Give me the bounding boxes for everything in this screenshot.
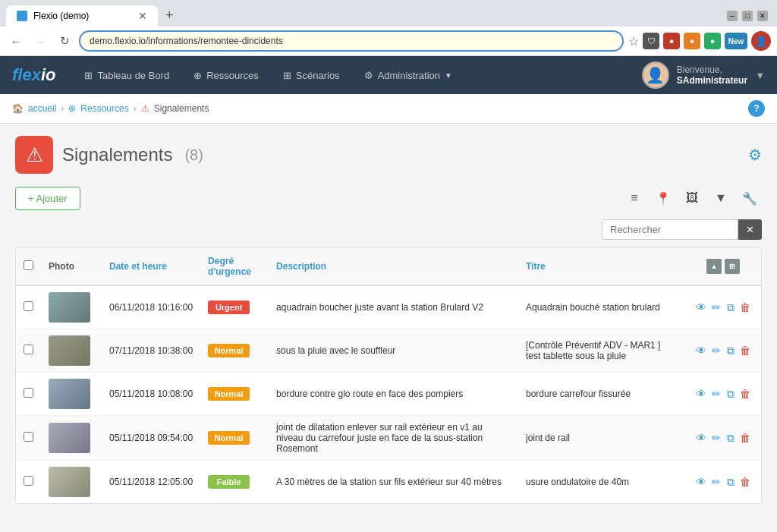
col-urgence[interactable]: Degré d'urgence [200,248,269,285]
user-area: 👤 Bienvenue, SAdministrateur ▼ [642,61,765,89]
row-checkbox-cell[interactable] [16,329,41,373]
copy-icon[interactable]: ⧉ [727,476,735,489]
sort-asc-icon[interactable]: ▲ [706,259,722,274]
extension-icon-2[interactable]: ● [684,33,700,49]
new-tab-button[interactable]: + [158,5,181,27]
nav-scenarios[interactable]: ⊞ Scénarios [272,64,351,87]
nav-admin-label: Administration [378,70,440,81]
list-view-icon[interactable]: ≡ [622,186,646,210]
delete-icon[interactable]: 🗑 [740,301,750,313]
urgence-cell: Normal [200,373,269,416]
breadcrumb-ressources[interactable]: Ressources [80,103,128,114]
tools-icon[interactable]: 🔧 [738,186,762,210]
photo-cell [41,373,102,416]
warning-icon-box: ⚠ [15,136,53,174]
edit-icon[interactable]: ✏ [712,388,721,400]
minimize-button[interactable]: ─ [727,11,738,21]
avatar: 👤 [642,61,669,89]
copy-icon[interactable]: ⧉ [727,345,735,357]
row-checkbox-cell[interactable] [16,416,41,461]
user-dropdown-icon[interactable]: ▼ [755,70,765,81]
tab-close-icon[interactable]: ✕ [138,10,147,22]
delete-icon[interactable]: 🗑 [740,388,750,400]
page-count: (8) [184,146,203,164]
date-cell: 06/11/2018 10:16:00 [102,285,200,329]
view-icon[interactable]: 👁 [696,388,706,400]
row-checkbox-cell[interactable] [16,461,41,504]
copy-icon[interactable]: ⧉ [727,301,735,314]
browser-tab[interactable]: Flexio (demo) ✕ [6,5,158,27]
tableau-icon: ⊞ [84,70,93,81]
security-icon[interactable]: 🛡 [643,33,659,49]
search-input[interactable] [602,219,738,240]
username: SAdministrateur [677,75,747,86]
map-view-icon[interactable]: 📍 [651,186,675,210]
add-button[interactable]: + Ajouter [15,187,80,210]
row-checkbox-cell[interactable] [16,285,41,329]
urgence-cell: Urgent [200,285,269,329]
help-button[interactable]: ? [748,100,765,117]
row-checkbox[interactable] [24,476,33,486]
extension-icon-1[interactable]: ● [663,33,680,49]
table-row: 07/11/2018 10:38:00 Normal sous la pluie… [16,329,761,373]
search-row: ✕ [15,219,762,240]
extension-icon-3[interactable]: ● [704,33,721,49]
address-bar[interactable] [79,30,624,52]
bookmark-icon[interactable]: ☆ [628,34,639,49]
forward-button[interactable]: → [30,31,50,51]
table-row: 05/11/2018 10:08:00 Normal bordure contr… [16,373,761,416]
refresh-button[interactable]: ↻ [55,31,74,51]
row-checkbox-cell[interactable] [16,373,41,416]
main-content: ⚠ Signalements (8) ⚙ + Ajouter ≡ 📍 🖼 ▼ 🔧… [0,124,777,516]
copy-icon[interactable]: ⧉ [727,388,735,401]
col-check[interactable] [16,248,41,285]
col-date[interactable]: Date et heure [102,248,200,285]
view-icon[interactable]: 👁 [696,345,706,357]
maximize-button[interactable]: □ [742,11,753,21]
description-cell: A 30 mètres de la station sur fils extér… [269,461,518,504]
col-titre[interactable]: Titre [518,248,685,285]
date-cell: 07/11/2018 10:38:00 [102,329,200,373]
edit-icon[interactable]: ✏ [712,301,721,313]
action-cell: 👁 ✏ ⧉ 🗑 [685,329,761,373]
date-cell: 05/11/2018 10:08:00 [102,373,200,416]
description-cell: bordure contre glo route en face des pom… [269,373,518,416]
nav-administration[interactable]: ⚙ Administration ▼ [354,64,463,87]
edit-icon[interactable]: ✏ [712,432,721,444]
grid-icon[interactable]: ⊞ [725,259,740,274]
edit-icon[interactable]: ✏ [712,345,721,357]
search-button[interactable]: ✕ [738,219,762,240]
select-all-checkbox[interactable] [24,260,33,270]
photo-thumbnail [49,423,90,453]
nav-ressources[interactable]: ⊕ Ressources [183,64,269,87]
row-checkbox[interactable] [24,432,33,442]
date-cell: 05/11/2018 09:54:00 [102,416,200,461]
col-description[interactable]: Description [269,248,518,285]
edit-icon[interactable]: ✏ [712,476,721,488]
view-icon[interactable]: 👁 [696,432,706,444]
row-checkbox[interactable] [24,301,33,311]
back-button[interactable]: ← [6,31,26,51]
user-avatar-browser[interactable]: 👤 [751,31,771,51]
nav-tableau-de-bord[interactable]: ⊞ Tableau de Bord [74,64,180,87]
copy-icon[interactable]: ⧉ [727,432,735,445]
photo-cell [41,329,102,373]
delete-icon[interactable]: 🗑 [740,345,750,357]
urgence-badge: Urgent [208,301,250,314]
breadcrumb-home[interactable]: accueil [28,103,56,114]
filter-icon[interactable]: ▼ [709,186,733,210]
row-checkbox[interactable] [24,388,33,398]
view-icon[interactable]: 👁 [696,301,706,313]
breadcrumb-sep-2: › [134,103,137,114]
delete-icon[interactable]: 🗑 [740,476,750,488]
view-icon[interactable]: 👁 [696,476,706,488]
description-cell: sous la pluie avec le souffleur [269,329,518,373]
titre-cell: [Contrôle Préventif ADV - MAR1 ] test ta… [518,329,685,373]
row-checkbox[interactable] [24,345,33,354]
page-title-area: ⚠ Signalements (8) [15,136,748,174]
settings-icon[interactable]: ⚙ [748,146,762,164]
close-window-button[interactable]: ✕ [757,11,768,21]
gallery-view-icon[interactable]: 🖼 [680,186,704,210]
photo-cell [41,416,102,461]
delete-icon[interactable]: 🗑 [740,432,750,444]
